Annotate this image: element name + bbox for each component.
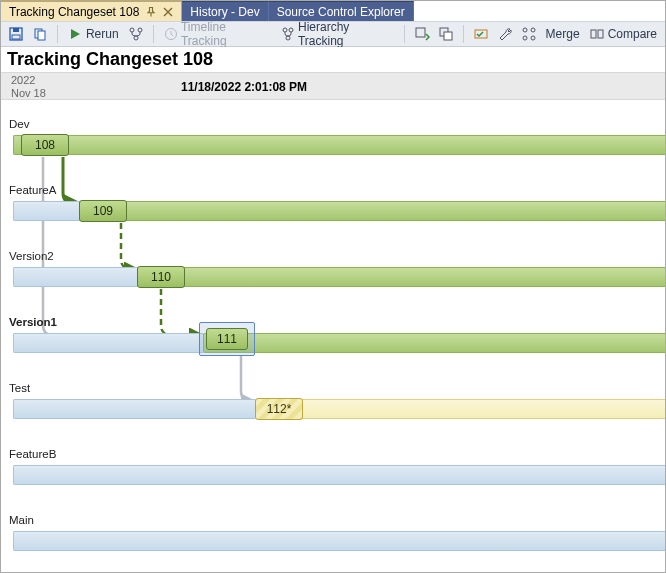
hierarchy-icon xyxy=(281,27,294,41)
tracking-window: Tracking Changeset 108 History - Dev Sou… xyxy=(0,0,666,573)
changeset-112-pending[interactable]: 112* xyxy=(255,398,303,420)
copy-button[interactable] xyxy=(29,23,51,45)
page-title: Tracking Changeset 108 xyxy=(1,47,665,72)
svg-point-5 xyxy=(130,28,134,32)
branch-bar-main[interactable] xyxy=(13,531,665,551)
svg-point-19 xyxy=(531,36,535,40)
separator xyxy=(404,25,405,43)
branch-label-main: Main xyxy=(9,514,34,526)
tab-label: Tracking Changeset 108 xyxy=(9,5,139,19)
copy-icon xyxy=(32,26,48,42)
tab-source-control-explorer[interactable]: Source Control Explorer xyxy=(269,1,414,21)
ruler-year: 2022 xyxy=(11,74,35,86)
timeline-tracking-button[interactable]: Timeline Tracking xyxy=(160,23,275,45)
refresh-icon xyxy=(414,26,430,42)
branch-bar-version2-left[interactable] xyxy=(13,267,137,287)
compare-icon xyxy=(590,27,604,41)
toggle-labels-button[interactable] xyxy=(518,23,540,45)
svg-point-16 xyxy=(523,28,527,32)
branch-label-featurea: FeatureA xyxy=(9,184,56,196)
tab-history-dev[interactable]: History - Dev xyxy=(182,1,268,21)
svg-rect-12 xyxy=(416,28,425,37)
branch-label-version2: Version2 xyxy=(9,250,54,262)
ruler-datetime: 11/18/2022 2:01:08 PM xyxy=(181,80,307,94)
save-icon xyxy=(8,26,24,42)
tab-label: Source Control Explorer xyxy=(277,5,405,19)
tab-tracking-changeset[interactable]: Tracking Changeset 108 xyxy=(1,1,182,21)
separator xyxy=(153,25,154,43)
separator xyxy=(463,25,464,43)
select-all-button[interactable] xyxy=(435,23,457,45)
show-changeset-button[interactable] xyxy=(470,23,492,45)
svg-point-10 xyxy=(289,28,293,32)
close-icon[interactable] xyxy=(163,7,173,17)
labels-icon xyxy=(521,26,537,42)
svg-rect-4 xyxy=(38,31,45,40)
branch-label-test: Test xyxy=(9,382,30,394)
ruler-day: Nov 18 xyxy=(11,87,46,99)
branch-bar-version1[interactable] xyxy=(203,333,665,353)
branch-bar-dev[interactable] xyxy=(13,135,665,155)
svg-rect-21 xyxy=(598,30,603,38)
doc-tabstrip: Tracking Changeset 108 History - Dev Sou… xyxy=(1,1,665,21)
svg-point-17 xyxy=(531,28,535,32)
svg-rect-20 xyxy=(591,30,596,38)
save-button[interactable] xyxy=(5,23,27,45)
branch-bar-test-left[interactable] xyxy=(13,399,255,419)
pin-icon[interactable] xyxy=(145,6,157,18)
clock-icon xyxy=(164,27,177,41)
tab-label: History - Dev xyxy=(190,5,259,19)
branch-bar-version2[interactable] xyxy=(137,267,665,287)
svg-point-7 xyxy=(134,36,138,40)
track-now-button[interactable] xyxy=(411,23,433,45)
svg-rect-14 xyxy=(444,32,452,40)
wrench-icon xyxy=(497,26,513,42)
changeset-108[interactable]: 108 xyxy=(21,134,69,156)
branch-label-featureb: FeatureB xyxy=(9,448,56,460)
svg-point-11 xyxy=(286,36,290,40)
branch-bar-featureb[interactable] xyxy=(13,465,665,485)
branch-label-version1: Version1 xyxy=(9,316,57,328)
svg-rect-2 xyxy=(12,35,20,39)
play-icon xyxy=(68,27,82,41)
branch-bar-featurea-left[interactable] xyxy=(13,201,79,221)
options-button[interactable] xyxy=(494,23,516,45)
svg-point-18 xyxy=(523,36,527,40)
svg-rect-1 xyxy=(13,28,19,32)
changeset-110[interactable]: 110 xyxy=(137,266,185,288)
svg-point-9 xyxy=(283,28,287,32)
compare-button[interactable]: Compare xyxy=(586,23,661,45)
changeset-icon xyxy=(473,26,489,42)
changeset-109[interactable]: 109 xyxy=(79,200,127,222)
hierarchy-tracking-button[interactable]: Hierarchy Tracking xyxy=(277,23,398,45)
tracking-toolbar: Rerun Timeline Tracking Hierarchy Tracki… xyxy=(1,21,665,47)
changeset-111[interactable]: 111 xyxy=(206,328,248,350)
branch-picker-button[interactable] xyxy=(125,23,147,45)
timeline-canvas[interactable]: Dev 108 FeatureA 109 Version2 110 Versio… xyxy=(1,100,665,572)
rerun-button[interactable]: Rerun xyxy=(64,23,123,45)
merge-button[interactable]: Merge xyxy=(542,23,584,45)
branch-bar-version1-left[interactable] xyxy=(13,333,203,353)
timeline-ruler: 2022 Nov 18 11/18/2022 2:01:08 PM xyxy=(1,72,665,100)
branch-bar-featurea[interactable] xyxy=(79,201,665,221)
branch-label-dev: Dev xyxy=(9,118,29,130)
select-icon xyxy=(438,26,454,42)
svg-point-6 xyxy=(138,28,142,32)
branch-bar-test[interactable] xyxy=(255,399,665,419)
branch-icon xyxy=(128,26,144,42)
separator xyxy=(57,25,58,43)
